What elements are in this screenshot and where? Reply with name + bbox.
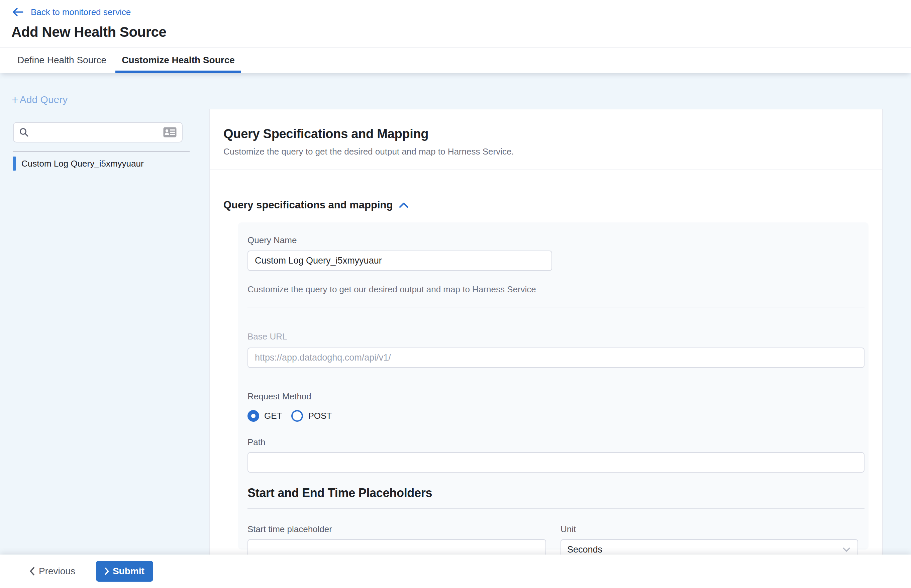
query-list-item[interactable]: Custom Log Query_i5xmyyuaur	[13, 157, 209, 171]
query-search-box	[13, 122, 183, 142]
page-title: Add New Health Source	[11, 24, 911, 40]
query-search-input[interactable]	[34, 127, 163, 137]
chevron-down-icon	[843, 548, 850, 552]
add-health-source-page: Back to monitored service Add New Health…	[0, 0, 911, 588]
submit-button[interactable]: Submit	[96, 561, 153, 582]
contact-card-icon[interactable]	[163, 127, 176, 137]
selected-indicator-bar	[13, 157, 16, 171]
request-method-label: Request Method	[247, 391, 864, 402]
chevron-up-icon[interactable]	[399, 202, 409, 208]
tab-bar: Define Health Source Customize Health So…	[0, 47, 911, 73]
start-time-input[interactable]	[247, 539, 546, 554]
card-header-divider	[210, 170, 882, 170]
search-icon	[19, 128, 29, 137]
request-method-radio-group: GET POST	[247, 410, 864, 422]
previous-label: Previous	[39, 566, 75, 577]
tab-customize-health-source[interactable]: Customize Health Source	[115, 47, 241, 73]
main-area: Query Specifications and Mapping Customi…	[209, 73, 911, 554]
chevron-right-icon	[105, 568, 109, 575]
add-query-button[interactable]: + Add Query	[12, 94, 68, 105]
tab-define-health-source[interactable]: Define Health Source	[11, 47, 113, 73]
radio-get-selected[interactable]	[247, 410, 259, 422]
path-input[interactable]	[247, 452, 864, 473]
chevron-left-icon	[29, 567, 35, 576]
previous-button[interactable]: Previous	[29, 566, 75, 577]
card-header: Query Specifications and Mapping Customi…	[210, 109, 882, 157]
panel-divider	[247, 307, 864, 307]
radio-option-get[interactable]: GET	[247, 410, 282, 422]
radio-get-label: GET	[264, 411, 282, 421]
card-subheading: Customize the query to get the desired o…	[223, 147, 869, 157]
start-end-fields-row: Start time placeholder Unit Seconds	[247, 524, 864, 554]
start-end-heading: Start and End Time Placeholders	[247, 486, 864, 500]
radio-post-label: POST	[308, 411, 332, 421]
back-link[interactable]: Back to monitored service	[11, 5, 911, 19]
page-header: Back to monitored service Add New Health…	[0, 0, 911, 47]
start-time-label: Start time placeholder	[247, 524, 546, 535]
path-label: Path	[247, 437, 864, 447]
section-title-row[interactable]: Query specifications and mapping	[223, 199, 882, 211]
back-link-label: Back to monitored service	[31, 7, 131, 18]
start-end-divider	[247, 508, 864, 509]
unit-label: Unit	[560, 524, 858, 535]
query-sidebar: + Add Query	[0, 73, 209, 554]
radio-post-unselected[interactable]	[291, 410, 303, 422]
sidebar-divider	[13, 151, 190, 152]
base-url-label: Base URL	[247, 331, 864, 342]
start-time-field: Start time placeholder	[247, 524, 546, 554]
query-name-input[interactable]	[247, 250, 552, 271]
plus-icon: +	[12, 94, 18, 105]
query-item-label: Custom Log Query_i5xmyyuaur	[21, 158, 144, 169]
base-url-input	[247, 347, 864, 368]
back-arrow-icon	[11, 6, 24, 18]
footer-bar: Previous Submit	[0, 554, 911, 588]
query-name-helper: Customize the query to get our desired o…	[247, 284, 864, 295]
section-title: Query specifications and mapping	[223, 199, 393, 211]
unit-select-value: Seconds	[567, 544, 843, 555]
query-card: Query Specifications and Mapping Customi…	[209, 109, 883, 554]
add-query-label: Add Query	[20, 94, 68, 105]
content-area: + Add Query	[0, 73, 911, 554]
query-name-label: Query Name	[247, 235, 864, 246]
unit-select[interactable]: Seconds	[560, 539, 858, 554]
card-heading: Query Specifications and Mapping	[223, 127, 869, 141]
unit-field: Unit Seconds	[560, 524, 858, 554]
query-spec-panel: Query Name Customize the query to get ou…	[238, 223, 869, 549]
submit-label: Submit	[113, 566, 144, 577]
radio-option-post[interactable]: POST	[291, 410, 332, 422]
